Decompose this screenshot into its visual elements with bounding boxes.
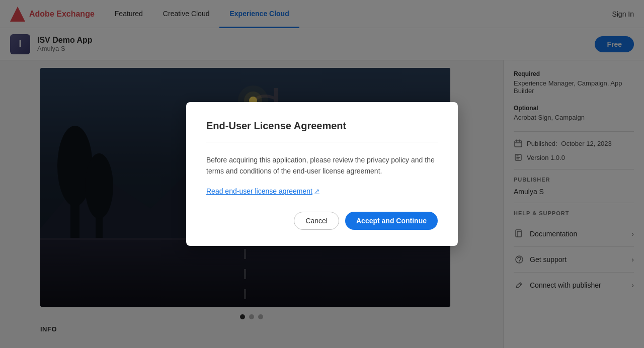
modal-divider: [206, 142, 438, 142]
modal-body-text: Before acquiring this application, pleas…: [206, 154, 438, 177]
modal-overlay[interactable]: End-User License Agreement Before acquir…: [0, 0, 644, 348]
eula-modal: End-User License Agreement Before acquir…: [186, 102, 458, 246]
modal-actions: Cancel Accept and Continue: [206, 212, 438, 230]
eula-link[interactable]: Read end-user license agreement ↗: [206, 187, 319, 195]
cancel-button[interactable]: Cancel: [294, 212, 339, 230]
external-link-icon: ↗: [314, 188, 319, 195]
eula-link-text: Read end-user license agreement: [206, 187, 312, 195]
accept-continue-button[interactable]: Accept and Continue: [345, 212, 438, 230]
modal-title: End-User License Agreement: [206, 120, 438, 132]
